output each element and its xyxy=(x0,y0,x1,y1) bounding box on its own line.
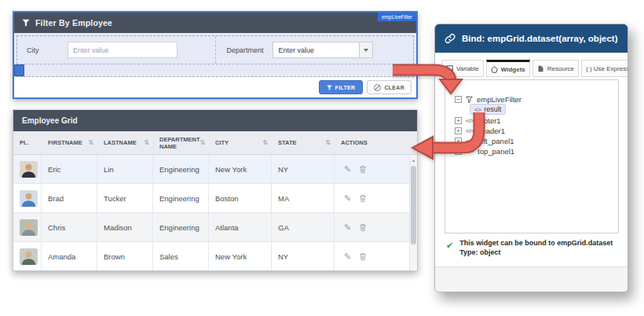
code-icon: <> xyxy=(474,106,481,113)
bind-dialog-header: Bind: empGrid.dataset(array, object) xyxy=(435,24,628,53)
expand-toggle-icon[interactable]: + xyxy=(455,117,462,124)
tree-item-label: empLiveFilter xyxy=(477,95,521,104)
document-icon xyxy=(537,65,544,72)
code-icon: </> xyxy=(466,127,474,134)
widget-tree: − empLiveFilter <> result + </> footer1 … xyxy=(445,79,619,233)
grid-title: Employee Grid xyxy=(22,116,78,125)
edit-icon[interactable]: ✎ xyxy=(344,193,351,204)
tree-item-emplivefilter[interactable]: − empLiveFilter xyxy=(455,94,618,104)
bind-dialog-tabs: Variable Widgets Resource ( ) Use Expres… xyxy=(435,53,628,77)
tree-item-left-panel1[interactable]: + </> left_panel1 xyxy=(455,136,618,145)
scrollbar-thumb[interactable] xyxy=(411,166,416,244)
code-icon: </> xyxy=(466,117,474,124)
tree-item-top-panel1[interactable]: + </> top_panel1 xyxy=(455,146,618,156)
variable-icon xyxy=(446,65,453,72)
firstname-cell: Amanda xyxy=(42,242,97,270)
result-label: result xyxy=(484,105,501,113)
city-cell: New York xyxy=(209,242,272,270)
bind-dialog-footer xyxy=(435,266,628,292)
table-row[interactable]: Amanda Brown Sales New York NY ✎ xyxy=(13,242,417,271)
firstname-cell: Brad xyxy=(42,184,97,212)
tab-widgets[interactable]: Widgets xyxy=(486,60,530,77)
sort-icon[interactable]: ⇅ xyxy=(325,139,331,146)
column-header-actions: ACTIONS xyxy=(335,131,408,154)
column-header-department[interactable]: DEPARTMENT NAME ⇅ xyxy=(153,131,209,154)
delete-icon[interactable] xyxy=(359,252,367,261)
sort-icon[interactable]: ⇅ xyxy=(262,139,268,146)
chevron-down-icon xyxy=(359,42,372,57)
tab-use-expression[interactable]: ( ) Use Expression xyxy=(581,60,628,77)
tab-variable[interactable]: Variable xyxy=(441,60,484,77)
picture-cell xyxy=(13,242,42,270)
filter-button[interactable]: FILTER xyxy=(319,80,364,94)
tree-item-label: footer1 xyxy=(478,116,501,125)
bind-message-line1: This widget can be bound to empGrid.data… xyxy=(459,238,613,248)
column-header-city[interactable]: CITY ⇅ xyxy=(209,131,272,154)
employee-photo xyxy=(20,248,38,265)
column-header-state[interactable]: STATE ⇅ xyxy=(272,131,335,154)
department-select[interactable]: Enter value xyxy=(273,42,373,58)
expand-toggle-icon[interactable]: + xyxy=(455,138,462,145)
lastname-cell: Lin xyxy=(97,155,153,183)
delete-icon[interactable] xyxy=(359,223,367,232)
picture-cell xyxy=(13,155,42,183)
firstname-cell: Eric xyxy=(42,155,97,183)
actions-cell: ✎ xyxy=(335,184,408,212)
grid-scrollbar[interactable]: ▲ xyxy=(409,156,417,270)
delete-icon[interactable] xyxy=(359,194,367,203)
actions-cell: ✎ xyxy=(335,155,408,183)
ban-icon xyxy=(374,84,381,91)
widget-name-badge: empLiveFilter xyxy=(378,13,416,21)
lastname-cell: Brown xyxy=(97,242,153,270)
selection-handle[interactable] xyxy=(14,64,24,76)
employee-photo xyxy=(20,161,38,178)
department-select-value: Enter value xyxy=(273,46,359,54)
clear-button[interactable]: CLEAR xyxy=(367,80,412,94)
tree-item-result[interactable]: <> result xyxy=(470,105,618,114)
widgets-icon xyxy=(491,66,498,73)
employee-grid-panel: Employee Grid PI.. FIRSTNAME ⇅ LASTNAME … xyxy=(13,109,418,271)
tree-item-label: top_panel1 xyxy=(478,147,514,156)
delete-icon[interactable] xyxy=(359,165,367,174)
department-form-group: Department Enter value xyxy=(215,36,414,64)
bind-dialog: Bind: empGrid.dataset(array, object) Var… xyxy=(434,24,628,292)
table-row[interactable]: Chris Madison Engineering Atlanta GA ✎ xyxy=(13,213,417,242)
edit-icon[interactable]: ✎ xyxy=(344,222,351,233)
employee-photo xyxy=(20,219,38,236)
expand-toggle-icon[interactable]: + xyxy=(455,148,462,155)
city-input[interactable] xyxy=(68,42,177,58)
funnel-icon xyxy=(327,85,332,90)
tree-item-label: header1 xyxy=(478,127,505,135)
department-cell: Engineering xyxy=(153,155,209,183)
code-icon: </> xyxy=(466,148,474,155)
filter-designer-strip xyxy=(16,64,414,77)
filter-button-row: FILTER CLEAR xyxy=(14,77,416,97)
tree-item-header1[interactable]: + </> header1 xyxy=(455,126,618,135)
state-cell: NY xyxy=(272,242,335,270)
tree-item-label: left_panel1 xyxy=(478,137,514,145)
department-cell: Sales xyxy=(153,242,209,270)
edit-icon[interactable]: ✎ xyxy=(344,164,351,175)
filter-panel-header: Filter By Employee empLiveFilter xyxy=(14,13,416,33)
department-label: Department xyxy=(227,46,273,54)
funnel-icon xyxy=(22,19,30,27)
clear-button-label: CLEAR xyxy=(384,85,404,90)
scroll-up-button[interactable]: ▲ xyxy=(410,156,417,164)
sort-icon[interactable]: ⇅ xyxy=(144,139,149,146)
collapse-toggle-icon[interactable]: − xyxy=(455,96,462,103)
lastname-cell: Madison xyxy=(97,213,153,241)
table-row[interactable]: Brad Tucker Engineering Boston MA ✎ xyxy=(13,184,417,213)
state-cell: MA xyxy=(272,184,335,212)
result-badge[interactable]: <> result xyxy=(470,104,506,115)
tree-item-footer1[interactable]: + </> footer1 xyxy=(455,116,618,125)
column-header-lastname[interactable]: LASTNAME ⇅ xyxy=(97,131,153,154)
column-header-firstname[interactable]: FIRSTNAME ⇅ xyxy=(42,131,97,154)
sort-icon[interactable]: ⇅ xyxy=(88,139,93,146)
tab-resource[interactable]: Resource xyxy=(532,60,579,77)
edit-icon[interactable]: ✎ xyxy=(344,252,351,262)
table-row[interactable]: Eric Lin Engineering New York NY ✎ xyxy=(13,155,417,184)
filter-form-area: City Department Enter value xyxy=(14,33,416,77)
sort-icon[interactable]: ⇅ xyxy=(200,139,206,146)
expand-toggle-icon[interactable]: + xyxy=(455,127,462,134)
screenshot-canvas: Filter By Employee empLiveFilter City De… xyxy=(0,0,644,316)
